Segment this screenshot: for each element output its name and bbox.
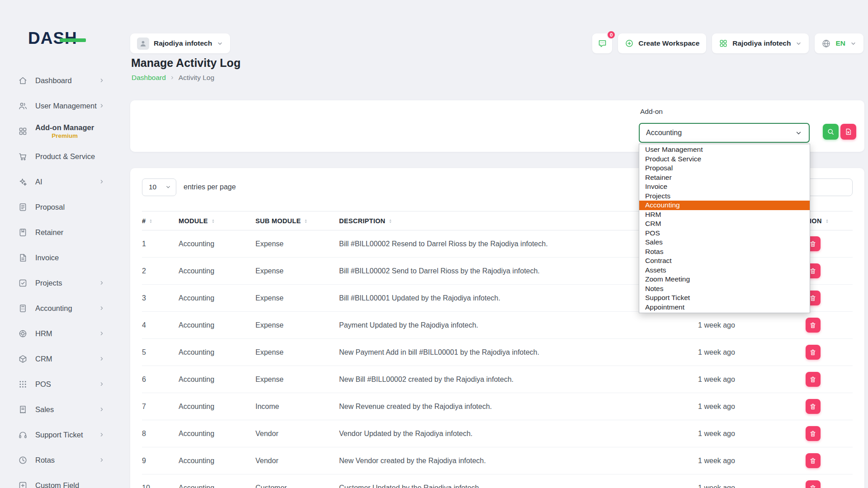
messages-badge: 0 (607, 30, 616, 39)
page-title: Manage Activity Log (131, 56, 241, 70)
sidebar-item-custom-field[interactable]: Custom Field (0, 473, 118, 488)
sidebar-item-text: Accounting (35, 304, 72, 313)
addon-option-appointment[interactable]: Appointment (639, 303, 810, 312)
sidebar-item-label: Add-on Manager (35, 123, 94, 132)
sidebar-item-label: POS (35, 380, 51, 389)
row-description: Customer Updated by the Rajodiya infotec… (339, 474, 660, 488)
row-module: Accounting (179, 258, 255, 285)
entries-per-page-label: entries per page (184, 183, 236, 191)
addon-option-invoice[interactable]: Invoice (639, 182, 810, 192)
sort-icon (387, 218, 393, 224)
delete-button[interactable] (806, 480, 821, 488)
sidebar-item-text: HRM (35, 329, 52, 338)
delete-button[interactable] (806, 372, 821, 387)
create-workspace-button[interactable]: Create Workspace (618, 33, 706, 53)
addon-option-assets[interactable]: Assets (639, 266, 810, 275)
entries-select-value: 10 (149, 183, 156, 191)
row-module: Accounting (179, 393, 255, 420)
row-number: 5 (142, 339, 179, 366)
addon-option-product-service[interactable]: Product & Service (639, 155, 810, 164)
plus-square-icon (18, 481, 28, 488)
addon-option-notes[interactable]: Notes (639, 284, 810, 294)
sidebar-item-projects[interactable]: Projects (0, 270, 118, 296)
addon-option-support-ticket[interactable]: Support Ticket (639, 293, 810, 303)
sort-icon (824, 218, 830, 224)
row-date: 1 week ago (660, 393, 773, 420)
addon-option-rotas[interactable]: Rotas (639, 247, 810, 257)
sidebar-item-proposal[interactable]: Proposal (0, 194, 118, 220)
row-number: 1 (142, 230, 179, 258)
company-selector[interactable]: Rajodiya infotech (712, 33, 809, 53)
chevron-right-icon (99, 330, 105, 337)
addon-option-user-management[interactable]: User Management (639, 145, 810, 155)
addon-option-projects[interactable]: Projects (639, 192, 810, 201)
addon-option-accounting[interactable]: Accounting (639, 201, 810, 210)
delete-button[interactable] (806, 345, 821, 360)
chevron-down-icon (850, 40, 857, 47)
addon-option-contract[interactable]: Contract (639, 256, 810, 266)
sidebar-item-hrm[interactable]: HRM (0, 321, 118, 346)
column-header-description[interactable]: DESCRIPTION (339, 211, 660, 230)
sidebar-item-sales[interactable]: Sales (0, 397, 118, 422)
sidebar-item-add-on-manager[interactable]: Add-on ManagerPremium (0, 118, 118, 144)
sidebar-item-label: Product & Service (35, 152, 95, 161)
row-action-cell (773, 420, 853, 447)
dots-grid-icon (18, 380, 28, 389)
sidebar-item-crm[interactable]: CRM (0, 346, 118, 371)
addon-select[interactable]: Accounting (639, 123, 810, 143)
addon-option-sales[interactable]: Sales (639, 238, 810, 247)
row-number: 6 (142, 366, 179, 393)
column-header-module[interactable]: MODULE (179, 211, 255, 230)
sidebar-item-product-service[interactable]: Product & Service (0, 144, 118, 169)
sidebar-item-dashboard[interactable]: Dashboard (0, 68, 118, 93)
breadcrumb-separator-icon (170, 75, 175, 80)
delete-button[interactable] (806, 318, 821, 333)
language-selector[interactable]: EN (815, 33, 863, 53)
home-icon (18, 76, 28, 85)
delete-button[interactable] (806, 426, 821, 441)
sidebar-item-accounting[interactable]: Accounting (0, 296, 118, 321)
addon-option-pos[interactable]: POS (639, 229, 810, 238)
row-module: Accounting (179, 285, 255, 312)
sidebar-item-retainer[interactable]: Retainer (0, 220, 118, 245)
squares-icon (719, 39, 728, 48)
activity-row: 4AccountingExpensePayment Updated by the… (142, 312, 853, 339)
sidebar-item-support-ticket[interactable]: Support Ticket (0, 422, 118, 447)
cart-icon (18, 152, 28, 161)
target-icon (18, 329, 28, 338)
addon-option-hrm[interactable]: HRM (639, 210, 810, 220)
app-logo[interactable]: DASH (28, 29, 77, 50)
column-header-col-0[interactable]: # (142, 211, 179, 230)
sidebar-item-label: Retainer (35, 228, 63, 237)
sort-icon (303, 218, 309, 224)
chevron-right-icon (99, 457, 105, 463)
messages-button[interactable]: 0 (592, 33, 612, 53)
addon-option-zoom-meeting[interactable]: Zoom Meeting (639, 275, 810, 284)
search-button[interactable] (823, 124, 839, 140)
breadcrumb-dashboard-link[interactable]: Dashboard (132, 74, 166, 82)
chevron-down-icon (795, 40, 802, 47)
addon-option-retainer[interactable]: Retainer (639, 173, 810, 183)
workspace-selector[interactable]: Rajodiya infotech (130, 33, 230, 53)
addon-option-proposal[interactable]: Proposal (639, 164, 810, 173)
column-header-sub-module[interactable]: SUB MODULE (255, 211, 339, 230)
addon-option-crm[interactable]: CRM (639, 219, 810, 229)
chevron-right-icon (99, 356, 105, 362)
reset-filter-button[interactable] (840, 124, 856, 140)
sidebar-item-pos[interactable]: POS (0, 371, 118, 397)
sidebar-item-invoice[interactable]: Invoice (0, 245, 118, 270)
row-submodule: Income (255, 393, 339, 420)
entries-per-page-select[interactable]: 10 (142, 178, 176, 196)
sidebar-item-label: Rotas (35, 456, 55, 465)
sidebar-item-user-management[interactable]: User Management (0, 93, 118, 118)
delete-button[interactable] (806, 399, 821, 414)
grid-icon (18, 127, 28, 136)
row-description: Bill #BILL00001 Updated by the Rajodiya … (339, 285, 660, 312)
chevron-right-icon (99, 178, 105, 185)
row-description: Vendor Updated by the Rajodiya infotech. (339, 420, 660, 447)
delete-button[interactable] (806, 453, 821, 468)
sidebar-item-ai[interactable]: AI (0, 169, 118, 194)
row-module: Accounting (179, 474, 255, 488)
workspace-avatar (137, 38, 149, 50)
sidebar-item-rotas[interactable]: Rotas (0, 447, 118, 473)
